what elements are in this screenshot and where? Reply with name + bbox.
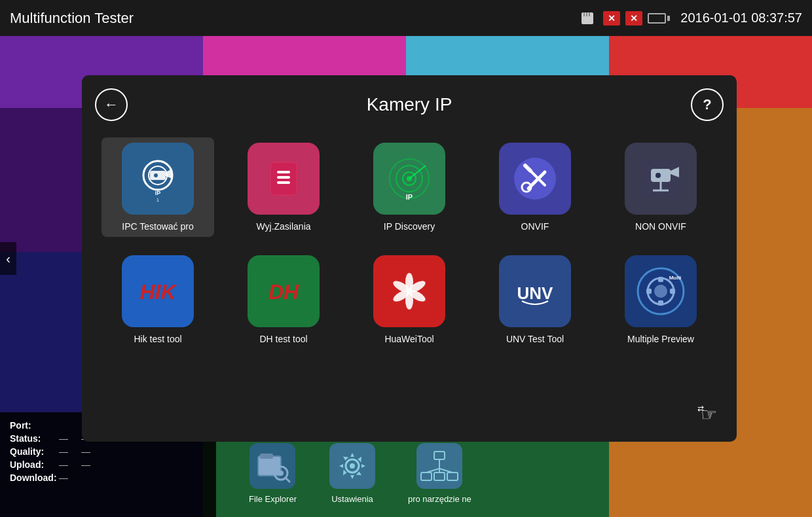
svg-rect-4 [258, 456, 281, 476]
svg-rect-11 [434, 452, 445, 459]
svg-rect-65 [646, 289, 652, 294]
quality-val1: — [59, 446, 68, 457]
svg-point-43 [655, 173, 661, 178]
ip-discovery-label: IP Discovery [384, 221, 435, 232]
bottom-toolbar: File Explorer Ustawienia [249, 443, 471, 504]
pro-tool-icon [416, 443, 462, 489]
hik-icon: HIK [122, 255, 194, 327]
app-multi-preview[interactable]: Multi Multiple Preview [604, 250, 717, 349]
unv-icon: UNV [499, 255, 571, 327]
svg-text:⇄: ⇄ [697, 404, 704, 413]
app-power[interactable]: Wyj.Zasilania [227, 137, 340, 237]
modal-header: ← Kamery IP ? [95, 88, 724, 121]
ipc-test-label: IPC Testować pro [122, 221, 193, 232]
dh-label: DH test tool [259, 334, 307, 344]
app-dh[interactable]: DH DH test tool [227, 250, 340, 349]
huawei-label: HuaWeiTool [384, 334, 434, 344]
svg-rect-28 [277, 181, 290, 184]
app-non-onvif[interactable]: NON ONVIF [604, 137, 717, 237]
svg-rect-66 [670, 289, 675, 294]
modal-back-button[interactable]: ← [95, 88, 128, 121]
app-onvif[interactable]: ONVIF [479, 137, 591, 237]
svg-text:IP: IP [406, 193, 413, 201]
svg-text:HIK: HIK [139, 280, 177, 304]
svg-text:IP: IP [155, 190, 161, 196]
upload-val1: — [59, 459, 68, 470]
app-huawei[interactable]: HuaWeiTool [353, 250, 466, 349]
quality-val2: — [81, 446, 90, 457]
quality-label: Quality: [10, 446, 59, 457]
svg-rect-13 [421, 472, 432, 480]
svg-rect-26 [277, 171, 290, 173]
svg-rect-12 [434, 472, 445, 480]
modal-help-button[interactable]: ? [691, 88, 724, 121]
kamery-ip-modal: ← Kamery IP ? IP 1 IPC Testować pro [82, 75, 737, 442]
upload-label: Upload: [10, 459, 59, 470]
upload-val2: — [81, 459, 90, 470]
sd-card-icon [580, 11, 598, 26]
x-icon-2: ✕ [625, 11, 642, 26]
battery-icon [648, 13, 670, 24]
datetime-display: 2016-01-01 08:37:57 [680, 10, 802, 26]
file-explorer-label: File Explorer [249, 494, 297, 504]
non-onvif-label: NON ONVIF [635, 221, 686, 232]
status-label: Status: [10, 433, 59, 444]
top-bar: Multifunction Tester ✕ ✕ 2016-01-01 08:3… [0, 0, 812, 36]
pro-tool-button[interactable]: pro narzędzie ne [408, 443, 471, 504]
app-grid: IP 1 IPC Testować pro Wyj.Zasilania [95, 137, 724, 349]
power-label: Wyj.Zasilania [256, 221, 310, 232]
settings-icon [329, 443, 375, 489]
svg-rect-2 [586, 12, 587, 16]
svg-text:DH: DH [268, 280, 299, 304]
status-val1: — [59, 433, 68, 444]
app-hik[interactable]: HIK Hik test tool [101, 250, 214, 349]
multi-preview-label: Multiple Preview [627, 334, 694, 344]
left-nav-arrow[interactable]: ‹ [0, 242, 16, 275]
app-title: Multifunction Tester [10, 10, 134, 27]
hik-label: Hik test tool [134, 334, 181, 344]
ipc-test-icon: IP 1 [122, 143, 194, 215]
port-label: Port: [10, 420, 59, 431]
svg-text:1: 1 [157, 198, 159, 202]
download-label: Download: [10, 472, 59, 483]
non-onvif-icon [625, 143, 697, 215]
svg-text:Multi: Multi [669, 275, 682, 281]
svg-rect-63 [658, 277, 663, 282]
unv-label: UNV Test Tool [506, 334, 564, 344]
ip-discovery-icon: IP [373, 143, 445, 215]
modal-title: Kamery IP [367, 94, 452, 115]
svg-text:UNV: UNV [517, 283, 554, 303]
svg-rect-27 [277, 176, 290, 179]
settings-label: Ustawienia [331, 494, 373, 504]
svg-rect-1 [583, 12, 585, 16]
svg-rect-64 [658, 300, 663, 306]
svg-point-35 [514, 158, 556, 200]
power-icon [248, 143, 320, 215]
svg-point-8 [278, 471, 284, 476]
onvif-icon [499, 143, 571, 215]
dh-icon: DH [248, 255, 320, 327]
svg-rect-3 [589, 12, 590, 16]
svg-line-7 [286, 478, 289, 482]
pro-tool-label: pro narzędzie ne [408, 494, 471, 504]
svg-rect-14 [447, 472, 458, 480]
svg-rect-5 [260, 454, 273, 459]
app-ip-discovery[interactable]: IP IP Discovery [353, 137, 466, 237]
app-ipc-test[interactable]: IP 1 IPC Testować pro [101, 137, 214, 237]
x-icon-1: ✕ [603, 11, 620, 26]
status-icons: ✕ ✕ 2016-01-01 08:37:57 [580, 10, 802, 26]
file-explorer-icon [249, 443, 295, 489]
svg-point-10 [350, 463, 355, 469]
svg-point-22 [154, 173, 158, 177]
huawei-icon [373, 255, 445, 327]
multi-preview-icon: Multi [625, 255, 697, 327]
file-explorer-button[interactable]: File Explorer [249, 443, 297, 504]
onvif-label: ONVIF [521, 221, 549, 232]
settings-button[interactable]: Ustawienia [329, 443, 375, 504]
app-unv[interactable]: UNV UNV Test Tool [479, 250, 591, 349]
download-val: — [59, 472, 68, 483]
modal-hand-icon: ☞ ⇄ [697, 401, 724, 432]
svg-point-62 [654, 285, 667, 298]
